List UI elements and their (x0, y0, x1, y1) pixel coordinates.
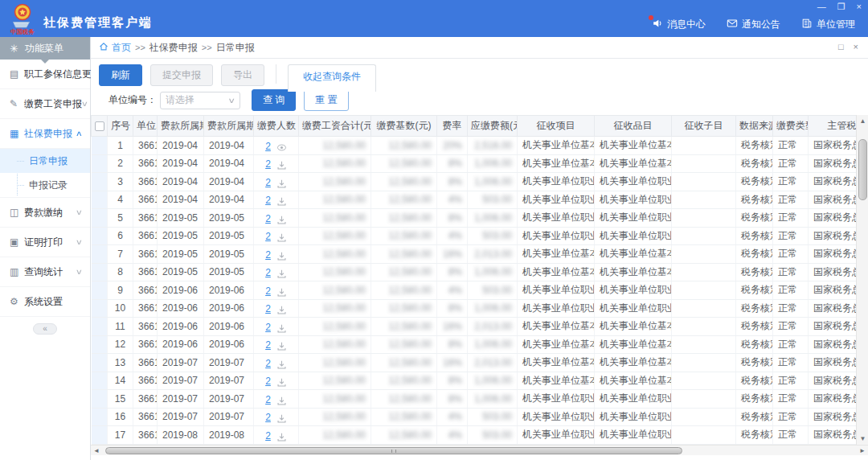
sidebar-subitem-declare-record[interactable]: 申报记录 (0, 173, 90, 197)
sidebar-item-query-stats[interactable]: ▥查询统计∨ (0, 257, 90, 287)
people-count-link[interactable]: 2 (265, 430, 271, 442)
row-select-cell[interactable] (92, 408, 108, 426)
collapse-query-tab[interactable]: 收起查询条件 (288, 64, 376, 92)
refresh-button[interactable]: 刷新 (99, 64, 142, 86)
download-icon[interactable] (276, 179, 287, 191)
row-select-cell[interactable] (92, 227, 108, 245)
cell-subitem: 机关事业单位基本养老保险... (595, 245, 672, 264)
cell-rate: 4% (437, 426, 468, 445)
search-button[interactable]: 查 询 (252, 89, 296, 111)
cell-unit: 3661... (133, 426, 158, 445)
submit-declare-button[interactable]: 提交申报 (150, 64, 213, 86)
download-icon[interactable] (276, 341, 287, 353)
vertical-scrollbar[interactable]: ▲ ▼ (856, 115, 868, 445)
scroll-down-icon[interactable]: ▼ (857, 433, 868, 445)
download-icon[interactable] (276, 232, 287, 244)
row-select-cell[interactable] (92, 390, 108, 409)
row-select-cell[interactable] (92, 299, 108, 318)
scroll-right-icon[interactable]: ► (857, 446, 868, 456)
row-select-cell[interactable] (92, 154, 108, 173)
reset-button[interactable]: 重 置 (304, 89, 348, 111)
people-count-link[interactable]: 2 (265, 158, 271, 170)
panel-close-icon[interactable]: × (854, 42, 858, 51)
toolbar-divider (276, 64, 276, 84)
cell-people: 2 (254, 137, 299, 155)
row-select-cell[interactable] (92, 137, 108, 155)
sidebar-item-social-declare[interactable]: ▦社保费申报∧ (0, 119, 90, 149)
horizontal-scrollbar[interactable]: ◄ ► (91, 445, 868, 455)
eye-icon[interactable] (276, 142, 287, 154)
panel-restore-icon[interactable]: □ (838, 42, 844, 51)
people-count-link[interactable]: 2 (265, 339, 271, 351)
minimize-window-icon[interactable]: — (817, 2, 826, 11)
people-count-link[interactable]: 2 (265, 412, 271, 423)
download-icon[interactable] (276, 305, 287, 317)
sidebar-collapse-button[interactable]: « (33, 323, 57, 335)
people-count-link[interactable]: 2 (265, 195, 271, 206)
download-icon[interactable] (276, 160, 287, 172)
tax-logo: 中国税务 (8, 2, 37, 38)
row-select-cell[interactable] (92, 426, 108, 445)
people-count-link[interactable]: 2 (265, 231, 271, 242)
sidebar-item-payment[interactable]: ◫费款缴纳∨ (0, 198, 90, 228)
people-count-link[interactable]: 2 (265, 322, 271, 333)
download-icon[interactable] (276, 359, 287, 372)
download-icon[interactable] (276, 269, 287, 281)
sidebar-subitem-daily-declare[interactable]: 日常申报 (0, 149, 90, 173)
people-count-link[interactable]: 2 (265, 394, 271, 405)
select-all-checkbox[interactable] (95, 121, 104, 131)
download-icon[interactable] (276, 377, 287, 389)
scroll-up-icon[interactable]: ▲ (857, 115, 868, 127)
column-header: 征收品目 (595, 116, 672, 137)
breadcrumb-item-social-declare[interactable]: 社保费申报 (149, 41, 198, 55)
horizontal-scroll-thumb[interactable] (105, 447, 682, 454)
people-count-link[interactable]: 2 (265, 376, 271, 387)
row-select-cell[interactable] (92, 245, 108, 264)
topmenu-unit-manage[interactable]: 单位管理 (801, 18, 855, 31)
people-count-link[interactable]: 2 (265, 249, 271, 261)
row-select-cell[interactable] (92, 173, 108, 191)
row-select-cell[interactable] (92, 372, 108, 390)
topmenu-message-center[interactable]: 消息中心 (652, 18, 706, 31)
people-count-link[interactable]: 2 (265, 267, 271, 278)
people-count-link[interactable]: 2 (265, 213, 271, 224)
main-layout: ✳ 功能菜单 ▤职工参保信息更新✎缴费工资申报∨▦社保费申报∧日常申报申报记录◫… (0, 37, 868, 460)
scroll-left-icon[interactable]: ◄ (91, 446, 102, 456)
people-count-link[interactable]: 2 (265, 285, 271, 297)
row-select-cell[interactable] (92, 263, 108, 281)
row-select-cell[interactable] (92, 354, 108, 372)
people-count-link[interactable]: 2 (265, 141, 271, 152)
vertical-scroll-thumb[interactable] (858, 139, 867, 200)
download-icon[interactable] (276, 413, 287, 425)
sidebar-item-cert-print[interactable]: ▣证明打印∨ (0, 228, 90, 257)
people-count-link[interactable]: 2 (265, 177, 271, 188)
sidebar-item-wage-declare[interactable]: ✎缴费工资申报∨ (0, 89, 90, 119)
row-select-cell[interactable] (92, 335, 108, 354)
cell-unit: 3661... (133, 318, 158, 336)
download-icon[interactable] (276, 215, 287, 227)
people-count-link[interactable]: 2 (265, 303, 271, 314)
cell-subitem: 机关事业单位职业年金（个... (595, 426, 672, 445)
close-window-icon[interactable]: × (857, 2, 862, 11)
download-icon[interactable] (276, 287, 287, 299)
download-icon[interactable] (276, 323, 287, 335)
cell-people: 2 (254, 372, 299, 390)
restore-window-icon[interactable]: ❐ (837, 2, 845, 11)
download-icon[interactable] (276, 251, 287, 263)
download-icon[interactable] (276, 396, 287, 408)
download-icon[interactable] (276, 432, 287, 444)
export-button[interactable]: 导出 (221, 64, 264, 86)
breadcrumb-home[interactable]: 首页 (99, 41, 131, 55)
row-select-cell[interactable] (92, 209, 108, 228)
people-count-link[interactable]: 2 (265, 358, 271, 369)
download-icon[interactable] (276, 196, 287, 208)
unit-number-select[interactable]: 请选择 ∨ (160, 92, 240, 109)
cell-subitem: 机关事业单位基本养老保险... (595, 263, 672, 281)
row-select-cell[interactable] (92, 318, 108, 336)
row-select-cell[interactable] (92, 191, 108, 209)
topmenu-notice[interactable]: 通知公告 (727, 18, 780, 31)
cell-period-start: 2019-04 (158, 137, 204, 155)
sidebar-item-staff-info[interactable]: ▤职工参保信息更新 (0, 60, 90, 89)
sidebar-item-settings[interactable]: ⚙系统设置 (0, 287, 90, 317)
row-select-cell[interactable] (92, 281, 108, 300)
